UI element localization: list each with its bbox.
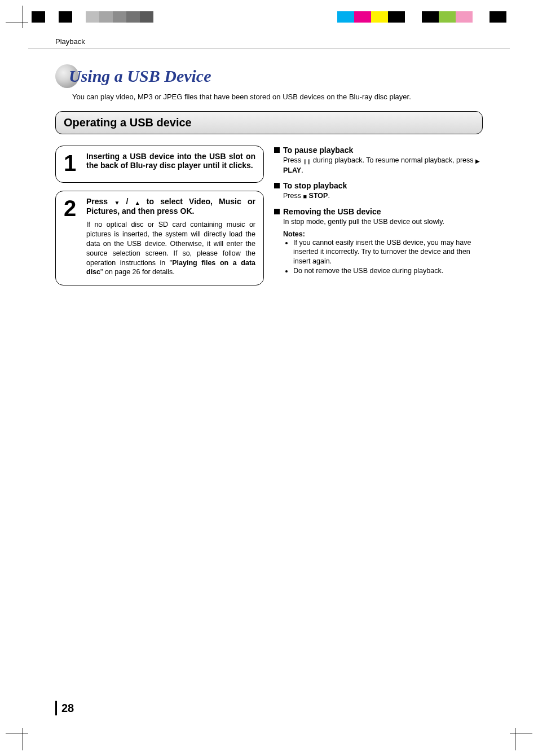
page-number-text: 28	[61, 702, 74, 715]
page-number-bar-icon	[55, 701, 57, 715]
stop-icon	[303, 192, 307, 201]
crop-mark	[510, 728, 532, 750]
heading-text: Using a USB Device	[69, 67, 211, 86]
content-columns: 1 Inserting a USB device into the USB sl…	[55, 146, 483, 293]
square-bullet-icon	[274, 209, 280, 214]
divider	[28, 48, 510, 49]
info-title: Removing the USB device	[283, 207, 381, 216]
left-column: 1 Inserting a USB device into the USB sl…	[55, 146, 264, 293]
step-title: Inserting a USB device into the USB slot…	[86, 152, 255, 170]
notes-title: Notes:	[283, 230, 483, 238]
square-bullet-icon	[274, 147, 280, 153]
step-title: Press / to select Video, Music or Pictur…	[86, 197, 255, 216]
subheading: Operating a USB device	[64, 116, 474, 129]
subheading-box: Operating a USB device	[55, 111, 483, 134]
print-registration-bar	[0, 11, 538, 23]
info-title: To stop playback	[283, 181, 347, 190]
stop-block: To stop playback Press STOP.	[274, 181, 483, 201]
step-number: 1	[64, 152, 81, 174]
square-bullet-icon	[274, 183, 280, 188]
up-arrow-icon	[135, 197, 140, 206]
step-number: 2	[64, 197, 81, 219]
right-column: To pause playback Press during playback.…	[274, 146, 483, 293]
notes-list: If you cannot easily insert the USB devi…	[293, 238, 483, 276]
step-1: 1 Inserting a USB device into the USB sl…	[55, 146, 264, 183]
page-content: Playback Using a USB Device You can play…	[28, 28, 510, 728]
page-heading: Using a USB Device	[55, 64, 510, 88]
section-label: Playback	[55, 37, 510, 46]
info-body: Press during playback. To resume normal …	[283, 156, 483, 175]
remove-block: Removing the USB device In stop mode, ge…	[274, 207, 483, 276]
crop-mark	[6, 728, 28, 750]
note-item: If you cannot easily insert the USB devi…	[293, 238, 483, 267]
page-number: 28	[55, 701, 74, 715]
info-body: Press STOP.	[283, 191, 483, 201]
play-icon	[475, 156, 480, 166]
pause-icon	[303, 156, 311, 166]
pause-block: To pause playback Press during playback.…	[274, 146, 483, 175]
crop-mark	[6, 6, 28, 28]
step-body: If no optical disc or SD card containing…	[86, 220, 255, 277]
info-title: To pause playback	[283, 146, 353, 155]
step-2: 2 Press / to select Video, Music or Pict…	[55, 191, 264, 285]
info-body: In stop mode, gently pull the USB device…	[283, 217, 483, 227]
down-arrow-icon	[114, 197, 120, 206]
intro-text: You can play video, MP3 or JPEG files th…	[72, 93, 510, 101]
note-item: Do not remove the USB device during play…	[293, 266, 483, 276]
